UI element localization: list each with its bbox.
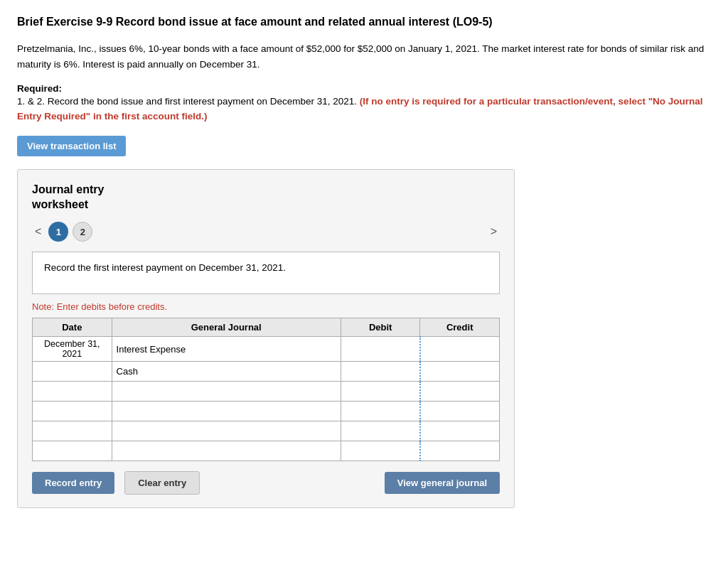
debit-cell-4[interactable] (341, 402, 420, 421)
table-row: December 31,2021 (33, 337, 500, 362)
journal-cell-6[interactable] (112, 441, 341, 461)
journal-cell-5[interactable] (112, 421, 341, 441)
credit-input-1[interactable] (425, 344, 495, 355)
journal-input-6[interactable] (117, 446, 336, 456)
required-label: Required: (17, 83, 62, 94)
journal-input-3[interactable] (117, 386, 336, 397)
debit-input-5[interactable] (346, 426, 415, 436)
date-cell-2 (33, 362, 112, 382)
date-cell-6 (33, 441, 112, 461)
debit-input-1[interactable] (346, 344, 415, 355)
tab-navigation: < 1 2 > (32, 222, 500, 242)
journal-cell-2[interactable] (112, 362, 341, 382)
table-row (33, 441, 500, 461)
view-general-journal-button[interactable]: View general journal (385, 472, 500, 494)
action-buttons: Record entry Clear entry View general jo… (32, 471, 500, 495)
debit-cell-6[interactable] (341, 441, 420, 461)
credit-cell-2[interactable] (420, 362, 500, 382)
credit-input-5[interactable] (425, 426, 495, 436)
credit-cell-5[interactable] (420, 421, 500, 441)
instruction-box: Record the first interest payment on Dec… (32, 252, 500, 294)
debit-input-3[interactable] (346, 386, 415, 397)
debit-input-4[interactable] (346, 406, 415, 416)
worksheet-title: Journal entry worksheet (32, 183, 500, 212)
journal-input-5[interactable] (117, 426, 336, 436)
col-header-date: Date (33, 318, 112, 337)
table-row (33, 421, 500, 441)
debit-cell-2[interactable] (341, 362, 420, 382)
journal-input-4[interactable] (117, 406, 336, 416)
debit-cell-1[interactable] (341, 337, 420, 362)
journal-input-2[interactable] (117, 366, 336, 377)
table-row (33, 362, 500, 382)
journal-cell-3[interactable] (112, 382, 341, 402)
clear-entry-button[interactable]: Clear entry (124, 471, 200, 495)
table-row (33, 382, 500, 402)
date-cell-1: December 31,2021 (33, 337, 112, 362)
debit-input-2[interactable] (346, 366, 415, 377)
intro-text: Pretzelmania, Inc., issues 6%, 10-year b… (17, 41, 711, 72)
tab-prev-arrow[interactable]: < (32, 224, 44, 239)
debit-cell-5[interactable] (341, 421, 420, 441)
debit-input-6[interactable] (346, 446, 415, 456)
required-section: Required: 1. & 2. Record the bond issue … (17, 82, 711, 124)
tab-next-arrow[interactable]: > (488, 224, 500, 239)
instruction-text: Record the first interest payment on Dec… (44, 262, 286, 273)
date-cell-4 (33, 402, 112, 421)
journal-cell-1[interactable] (112, 337, 341, 362)
required-body-line1: 1. & 2. Record the bond issue and first … (17, 96, 360, 107)
journal-input-1[interactable] (117, 344, 336, 355)
tab-2[interactable]: 2 (73, 222, 92, 242)
col-header-credit: Credit (420, 318, 500, 337)
col-header-general-journal: General Journal (112, 318, 341, 337)
table-row (33, 402, 500, 421)
journal-table: Date General Journal Debit Credit Decemb… (32, 318, 500, 461)
view-transaction-button[interactable]: View transaction list (17, 136, 126, 156)
credit-cell-3[interactable] (420, 382, 500, 402)
credit-cell-4[interactable] (420, 402, 500, 421)
credit-input-6[interactable] (425, 446, 495, 456)
page-title: Brief Exercise 9-9 Record bond issue at … (17, 14, 711, 30)
debit-cell-3[interactable] (341, 382, 420, 402)
credit-input-4[interactable] (425, 406, 495, 416)
credit-input-2[interactable] (425, 366, 495, 377)
journal-cell-4[interactable] (112, 402, 341, 421)
credit-cell-6[interactable] (420, 441, 500, 461)
note-text: Note: Enter debits before credits. (32, 301, 500, 312)
date-cell-5 (33, 421, 112, 441)
worksheet-container: Journal entry worksheet < 1 2 > Record t… (17, 169, 515, 509)
tab-1[interactable]: 1 (48, 222, 68, 242)
credit-cell-1[interactable] (420, 337, 500, 362)
record-entry-button[interactable]: Record entry (32, 472, 114, 494)
credit-input-3[interactable] (425, 386, 495, 397)
date-cell-3 (33, 382, 112, 402)
col-header-debit: Debit (341, 318, 420, 337)
